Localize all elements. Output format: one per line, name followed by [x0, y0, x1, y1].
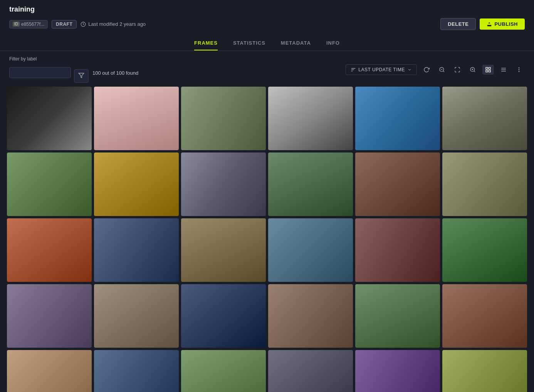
meta-left: ID e855677f... DRAFT Last modified 2 yea…: [9, 20, 146, 28]
results-count: 100 out of 100 found: [92, 70, 138, 76]
refresh-button[interactable]: [421, 65, 432, 75]
svg-point-20: [519, 69, 519, 70]
sort-button[interactable]: LAST UPDATE TIME: [346, 64, 417, 75]
tab-frames[interactable]: FRAMES: [194, 35, 218, 50]
last-modified: Last modified 2 years ago: [81, 21, 146, 27]
publish-button[interactable]: PUBLISH: [480, 18, 525, 30]
draft-badge: DRAFT: [52, 20, 77, 28]
menu-view-button[interactable]: [513, 65, 525, 75]
grid-item[interactable]: [442, 87, 527, 150]
zoom-in-button[interactable]: [467, 65, 479, 75]
meta-right: DELETE PUBLISH: [440, 18, 525, 30]
grid-item[interactable]: [442, 350, 527, 392]
filter-select[interactable]: [9, 67, 71, 78]
grid-item[interactable]: [268, 350, 353, 392]
grid-item[interactable]: [181, 350, 266, 392]
tabs-bar: FRAMES STATISTICS METADATA INFO: [0, 35, 534, 51]
grid-item[interactable]: [355, 284, 440, 348]
grid-item[interactable]: [7, 152, 92, 216]
id-value: e855677f...: [21, 22, 44, 27]
list-view-button[interactable]: [498, 65, 509, 75]
grid-item[interactable]: [181, 284, 266, 348]
zoom-out-icon: [439, 67, 445, 73]
publish-label: PUBLISH: [494, 21, 518, 27]
grid-item[interactable]: [7, 87, 92, 150]
grid-item[interactable]: [355, 350, 440, 392]
toolbar-right: LAST UPDATE TIME: [346, 64, 525, 75]
grid-item[interactable]: [7, 218, 92, 282]
tab-info[interactable]: INFO: [326, 35, 340, 50]
svg-rect-15: [489, 70, 490, 72]
grid-item[interactable]: [94, 218, 179, 282]
sort-label: LAST UPDATE TIME: [358, 67, 405, 72]
grid-item[interactable]: [442, 152, 527, 216]
grid-item[interactable]: [181, 218, 266, 282]
grid-item[interactable]: [181, 152, 266, 216]
id-label: ID: [13, 22, 20, 27]
grid-item[interactable]: [181, 87, 266, 150]
grid-item[interactable]: [268, 218, 353, 282]
grid-item[interactable]: [268, 284, 353, 348]
filter-icon-button[interactable]: [74, 69, 89, 83]
grid-item[interactable]: [94, 152, 179, 216]
zoom-out-button[interactable]: [436, 65, 448, 75]
grid-item[interactable]: [355, 218, 440, 282]
last-modified-text: Last modified 2 years ago: [88, 21, 146, 27]
svg-line-9: [474, 71, 475, 72]
more-menu-icon: [516, 67, 522, 73]
svg-rect-13: [489, 67, 490, 69]
svg-line-6: [443, 71, 444, 72]
grid-item[interactable]: [355, 152, 440, 216]
grid-item[interactable]: [94, 350, 179, 392]
chevron-down-icon: [407, 67, 412, 72]
grid-item[interactable]: [268, 87, 353, 150]
sort-icon: [351, 67, 356, 72]
fit-screen-button[interactable]: [452, 65, 463, 75]
svg-marker-1: [79, 73, 84, 78]
grid-item[interactable]: [94, 284, 179, 348]
grid-item[interactable]: [442, 218, 527, 282]
grid-item[interactable]: [268, 152, 353, 216]
filter-container: Filter by label: [9, 56, 89, 83]
grid-item[interactable]: [355, 87, 440, 150]
filter-label: Filter by label: [9, 56, 89, 62]
toolbar-left: Filter by label 100 out of 100 found: [9, 56, 138, 83]
filter-select-wrap: [9, 62, 89, 83]
grid-item[interactable]: [7, 350, 92, 392]
svg-rect-12: [486, 67, 488, 69]
image-grid: [0, 87, 534, 392]
grid-view-button[interactable]: [482, 65, 494, 75]
svg-rect-14: [486, 70, 488, 72]
delete-button[interactable]: DELETE: [440, 18, 476, 30]
grid-item[interactable]: [442, 284, 527, 348]
toolbar: Filter by label 100 out of 100 found LAS…: [0, 51, 534, 87]
grid-item[interactable]: [94, 87, 179, 150]
page-title: training: [9, 5, 525, 13]
meta-row: ID e855677f... DRAFT Last modified 2 yea…: [9, 18, 525, 35]
list-icon: [500, 67, 507, 73]
svg-point-21: [519, 71, 519, 72]
upload-icon: [487, 22, 492, 27]
zoom-in-icon: [470, 67, 476, 73]
grid-item[interactable]: [7, 284, 92, 348]
grid-icon: [485, 67, 491, 73]
svg-point-19: [519, 67, 519, 68]
fit-screen-icon: [454, 67, 460, 73]
clock-icon: [81, 22, 86, 27]
refresh-icon: [423, 67, 430, 73]
tab-statistics[interactable]: STATISTICS: [233, 35, 265, 50]
id-badge: ID e855677f...: [9, 20, 48, 28]
tab-metadata[interactable]: METADATA: [281, 35, 311, 50]
filter-icon: [78, 72, 84, 79]
